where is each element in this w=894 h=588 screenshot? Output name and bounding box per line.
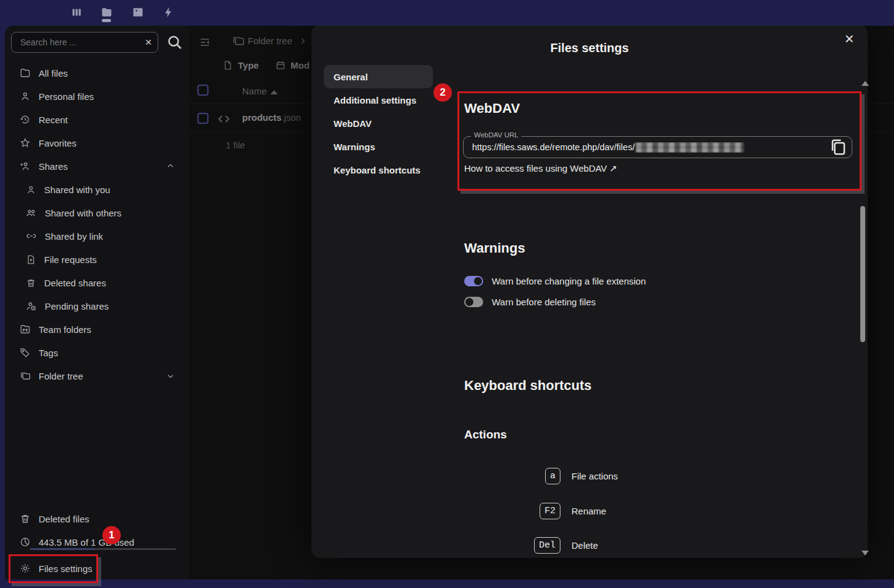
- sidebar-item-shared-with-others[interactable]: Shared with others: [5, 201, 189, 224]
- folder-tree-icon: [20, 370, 31, 381]
- close-icon[interactable]: ×: [838, 28, 860, 50]
- search-input[interactable]: [12, 37, 139, 47]
- sidebar: × All files Personal files Recent Favori…: [5, 26, 189, 579]
- people-icon: [26, 207, 37, 218]
- sidebar-item-shared-with-you[interactable]: Shared with you: [5, 178, 189, 201]
- toggle-warn-delete[interactable]: [464, 297, 483, 307]
- sidebar-item-shared-by-link[interactable]: Shared by link: [5, 224, 189, 248]
- star-icon: [20, 137, 31, 148]
- sidebar-item-recent[interactable]: Recent: [5, 108, 189, 131]
- sidebar-item-pending-shares[interactable]: Pending shares: [5, 294, 189, 318]
- scrollbar-thumb[interactable]: [860, 206, 865, 342]
- toggle-warn-extension[interactable]: [464, 276, 483, 286]
- sidebar-item-personal-files[interactable]: Personal files: [5, 85, 189, 108]
- tab-webdav[interactable]: WebDAV: [324, 112, 433, 135]
- webdav-section-heading: WebDAV: [464, 101, 520, 116]
- scroll-up-arrow[interactable]: [862, 81, 869, 86]
- external-link-icon: ↗: [609, 163, 617, 174]
- quota-progress-fill: [30, 548, 94, 550]
- webdav-help-link[interactable]: How to access files using WebDAV ↗: [464, 163, 617, 174]
- annotation-step-1: 1: [102, 526, 121, 544]
- person-icon: [20, 91, 31, 102]
- chevron-up-icon[interactable]: [166, 161, 175, 171]
- toggle-knob: [465, 298, 473, 306]
- shortcut-file-actions: a File actions: [522, 468, 618, 484]
- sidebar-item-favorites[interactable]: Favorites: [5, 131, 189, 155]
- top-navigation-bar: [0, 0, 894, 26]
- annotation-step-2: 2: [434, 83, 452, 102]
- settings-tab-list: General Additional settings WebDAV Warni…: [324, 65, 433, 181]
- trash-icon: [20, 513, 31, 524]
- toggle-row-file-extension: Warn before changing a file extension: [464, 276, 646, 286]
- sidebar-item-file-requests[interactable]: File requests: [5, 248, 189, 271]
- sidebar-item-folder-tree[interactable]: Folder tree: [5, 364, 189, 388]
- team-folder-icon: [20, 324, 31, 335]
- tag-icon: [20, 347, 31, 358]
- search-icon[interactable]: [166, 33, 184, 52]
- person-clock-icon: [26, 300, 37, 311]
- person-icon: [26, 185, 36, 195]
- trash-icon: [26, 278, 36, 288]
- sidebar-item-tags[interactable]: Tags: [5, 341, 189, 364]
- search-clear-icon[interactable]: ×: [139, 32, 158, 52]
- warnings-section-heading: Warnings: [464, 240, 525, 256]
- link-icon: [26, 231, 37, 242]
- sidebar-navigation: All files Personal files Recent Favorite…: [5, 61, 189, 388]
- chevron-down-icon[interactable]: [166, 371, 175, 381]
- folder-icon: [20, 67, 31, 78]
- files-settings-button[interactable]: Files settings: [5, 557, 189, 580]
- key-a: a: [545, 468, 560, 484]
- redacted-username: [636, 142, 744, 153]
- files-app-icon[interactable]: [101, 6, 113, 18]
- actions-subheading: Actions: [464, 428, 507, 441]
- tab-keyboard-shortcuts[interactable]: Keyboard shortcuts: [324, 158, 433, 181]
- scroll-down-arrow[interactable]: [862, 551, 869, 556]
- gear-icon: [20, 563, 31, 574]
- key-f2: F2: [540, 503, 560, 519]
- shortcut-delete: Del Delete: [522, 537, 598, 554]
- quota-progress-bar: [30, 548, 176, 550]
- sidebar-item-all-files[interactable]: All files: [5, 61, 189, 85]
- history-clock-icon: [20, 114, 31, 125]
- dashboard-icon[interactable]: [71, 6, 83, 18]
- webdav-url-field: WebDAV URL https://files.saws.de/remote.…: [463, 136, 852, 158]
- toggle-knob: [474, 277, 482, 285]
- person-plus-icon: [20, 161, 31, 172]
- app-window: × All files Personal files Recent Favori…: [0, 0, 894, 588]
- webdav-url-label: WebDAV URL: [471, 131, 521, 139]
- search-field: ×: [11, 32, 158, 53]
- copy-icon[interactable]: [825, 137, 852, 158]
- tab-additional-settings[interactable]: Additional settings: [324, 88, 433, 112]
- photos-app-icon[interactable]: [132, 6, 144, 18]
- tab-general[interactable]: General: [324, 65, 433, 88]
- shortcut-rename: F2 Rename: [522, 503, 606, 519]
- file-upload-icon: [26, 254, 36, 265]
- webdav-url-value[interactable]: https://files.saws.de/remote.php/dav/fil…: [464, 142, 825, 153]
- sidebar-item-deleted-files[interactable]: Deleted files: [5, 507, 189, 530]
- shortcuts-section-heading: Keyboard shortcuts: [464, 378, 592, 394]
- files-settings-dialog: Files settings × General Additional sett…: [311, 25, 868, 558]
- key-del: Del: [534, 537, 560, 554]
- quota-pie-icon: [20, 536, 31, 548]
- storage-quota: 443.5 MB of 1 GB used: [5, 530, 189, 554]
- dialog-title: Files settings: [311, 41, 868, 55]
- sidebar-item-deleted-shares[interactable]: Deleted shares: [5, 271, 189, 294]
- activity-app-icon[interactable]: [162, 6, 175, 18]
- toggle-row-delete-files: Warn before deleting files: [464, 297, 596, 307]
- tab-warnings[interactable]: Warnings: [324, 135, 433, 158]
- sidebar-item-team-folders[interactable]: Team folders: [5, 318, 189, 341]
- active-app-indicator: [102, 19, 111, 22]
- sidebar-item-shares[interactable]: Shares: [5, 155, 189, 178]
